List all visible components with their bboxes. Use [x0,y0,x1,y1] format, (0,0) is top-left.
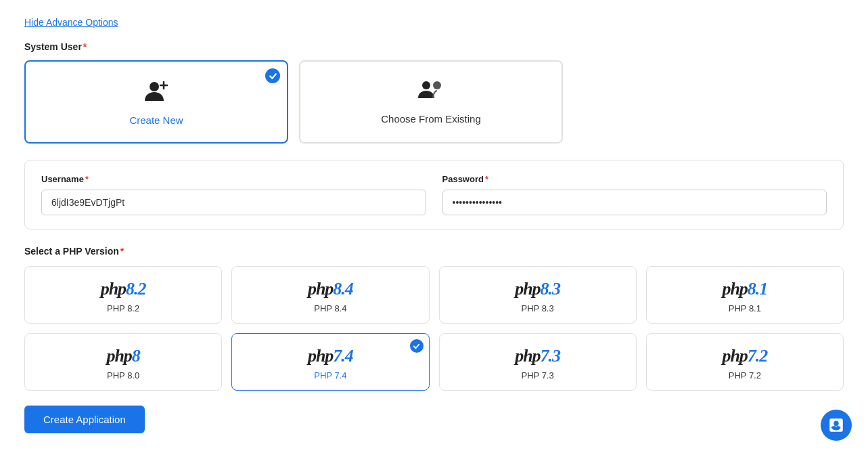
php-73-label: PHP 7.3 [522,370,554,380]
system-user-label: System User* [24,41,844,52]
create-new-check [265,68,280,83]
php-72-logo: php7.2 [722,346,767,366]
php-82-logo: php8.2 [101,279,146,299]
create-application-button[interactable]: Create Application [24,406,145,433]
php-74-logo: php7.4 [308,346,353,366]
php-81-label: PHP 8.1 [729,303,761,313]
php-83-logo: php8.3 [515,279,560,299]
php-82-card[interactable]: php8.2 PHP 8.2 [24,266,222,324]
password-group: Password* [442,174,827,215]
username-label: Username* [41,174,426,184]
create-new-label: Create New [129,114,183,126]
svg-point-0 [150,82,159,91]
choose-existing-icon [417,78,445,106]
php-84-logo: php8.4 [308,279,353,299]
choose-existing-label: Choose From Existing [381,113,481,125]
create-new-icon [143,78,169,108]
php-83-card[interactable]: php8.3 PHP 8.3 [439,266,637,324]
credentials-box: Username* Password* [24,160,844,230]
php-82-label: PHP 8.2 [107,303,139,313]
choose-existing-card[interactable]: Choose From Existing [299,60,563,144]
bottom-right-help-icon[interactable] [821,410,852,441]
password-label: Password* [442,174,827,184]
php-80-card[interactable]: php8 PHP 8.0 [24,333,222,391]
php-72-card[interactable]: php7.2 PHP 7.2 [646,333,844,391]
php-74-card[interactable]: php7.4 PHP 7.4 [231,333,429,391]
php-grid-row1: php8.2 PHP 8.2 php8.4 PHP 8.4 php8.3 PHP… [24,266,844,324]
hide-advance-link[interactable]: Hide Advance Options [24,17,118,28]
php-80-label: PHP 8.0 [107,370,139,380]
username-group: Username* [41,174,426,215]
svg-point-3 [422,81,430,89]
page-wrapper: Hide Advance Options System User* Create… [0,0,868,457]
create-new-card[interactable]: Create New [24,60,288,144]
svg-point-4 [433,81,441,89]
php-version-label: Select a PHP Version* [24,246,844,257]
php-81-card[interactable]: php8.1 PHP 8.1 [646,266,844,324]
php-73-card[interactable]: php7.3 PHP 7.3 [439,333,637,391]
php-84-label: PHP 8.4 [314,303,346,313]
system-user-cards: Create New Choose From Existing [24,60,844,144]
required-star: * [83,41,87,52]
php-81-logo: php8.1 [722,279,767,299]
username-input[interactable] [41,190,426,215]
php-80-logo: php8 [106,346,139,366]
php-grid-row2: php8 PHP 8.0 php7.4 PHP 7.4 php7.3 PHP 7… [24,333,844,391]
php-72-label: PHP 7.2 [729,370,761,380]
php-74-check [410,339,424,353]
php-83-label: PHP 8.3 [522,303,554,313]
php-73-logo: php7.3 [515,346,560,366]
php-84-card[interactable]: php8.4 PHP 8.4 [231,266,429,324]
php-74-label: PHP 7.4 [314,370,346,380]
password-input[interactable] [442,190,827,215]
